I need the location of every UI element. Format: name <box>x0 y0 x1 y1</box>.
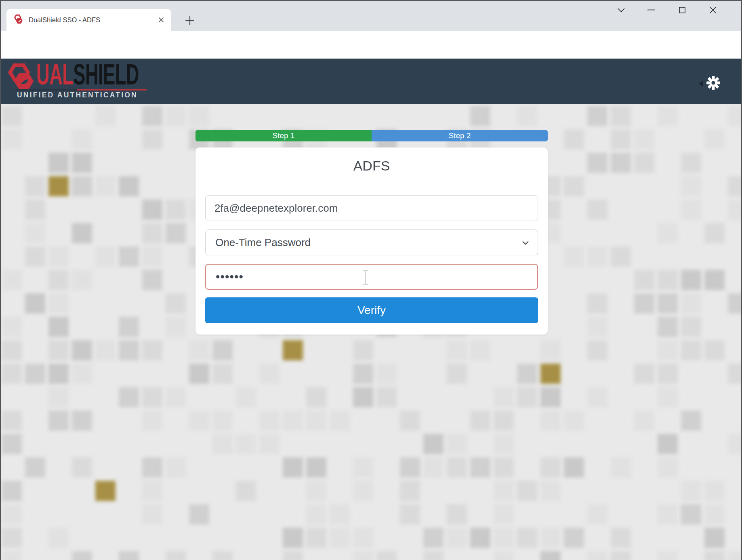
mosaic-tile <box>72 129 92 149</box>
mosaic-tile <box>353 481 373 501</box>
mosaic-tile <box>540 340 561 360</box>
mosaic-tile <box>166 106 186 126</box>
mosaic-tile <box>2 411 22 431</box>
step-1-label: Step 1 <box>273 131 295 140</box>
mosaic-tile <box>353 387 373 407</box>
mosaic-tile <box>540 551 561 560</box>
mosaic-tile <box>142 340 162 360</box>
mosaic-tile <box>423 528 444 548</box>
mosaic-tile <box>48 387 69 407</box>
mosaic-tile <box>681 317 701 337</box>
mosaic-tile <box>587 200 607 220</box>
mosaic-tile <box>681 176 701 196</box>
mosaic-tile <box>704 481 725 501</box>
mosaic-tile <box>400 457 420 478</box>
mosaic-tile <box>494 457 514 478</box>
mosaic-tile <box>376 364 397 384</box>
mosaic-tile <box>119 551 139 560</box>
mosaic-tile <box>517 481 537 501</box>
mosaic-tile <box>611 153 631 173</box>
mosaic-tile <box>142 223 162 243</box>
mosaic-tile <box>330 504 350 524</box>
minimize-button[interactable] <box>642 2 660 18</box>
mosaic-tile <box>119 176 139 196</box>
mosaic-tile <box>236 434 256 454</box>
mosaic-tile <box>72 411 92 431</box>
mosaic-tile <box>447 528 467 548</box>
mosaic-tile <box>72 176 92 196</box>
mosaic-tile <box>704 223 725 243</box>
mosaic-tile <box>587 293 607 314</box>
mosaic-tile <box>658 317 678 337</box>
mosaic-tile <box>306 457 326 478</box>
window-edge <box>0 0 742 1</box>
mosaic-tile <box>119 246 139 267</box>
mosaic-tile <box>212 411 233 431</box>
mosaic-tile <box>447 364 467 384</box>
mosaic-tile <box>25 223 45 243</box>
mosaic-tile <box>564 176 584 196</box>
mosaic-tile <box>72 364 92 384</box>
mosaic-tile <box>587 317 607 337</box>
verify-button[interactable]: Verify <box>205 297 538 323</box>
mosaic-tile <box>353 340 373 360</box>
mosaic-tile <box>95 481 116 501</box>
mosaic-tile <box>353 364 373 384</box>
step-2-label: Step 2 <box>449 131 471 140</box>
mosaic-tile <box>306 504 326 524</box>
mosaic-tile <box>142 481 162 501</box>
mosaic-tile <box>25 457 45 478</box>
mosaic-tile <box>376 551 397 560</box>
method-select[interactable]: One-Time Password <box>205 229 538 255</box>
mosaic-tile <box>494 434 514 454</box>
mosaic-tile <box>400 481 420 501</box>
mosaic-tile <box>142 129 162 149</box>
mosaic-tile <box>447 504 467 524</box>
mosaic-tile <box>447 340 467 360</box>
mosaic-tile <box>189 411 209 431</box>
mosaic-tile <box>470 106 490 126</box>
mosaic-tile <box>658 457 678 478</box>
mosaic-tile <box>25 176 45 196</box>
tab-close-icon[interactable] <box>156 15 166 25</box>
mosaic-tile <box>587 246 607 267</box>
mosaic-tile <box>423 457 444 478</box>
mosaic-tile <box>48 528 69 548</box>
mosaic-tile <box>540 387 561 407</box>
gear-icon <box>706 75 721 91</box>
close-button[interactable] <box>704 2 722 18</box>
mosaic-tile <box>658 270 678 290</box>
mosaic-tile <box>400 411 420 431</box>
otp-code-input[interactable] <box>205 264 538 290</box>
mosaic-tile <box>72 223 92 243</box>
mosaic-tile <box>353 457 373 478</box>
mosaic-tile <box>447 457 467 478</box>
new-tab-button[interactable] <box>183 13 197 28</box>
mosaic-tile <box>189 340 209 360</box>
mosaic-tile <box>564 411 584 431</box>
mosaic-tile <box>728 434 742 454</box>
mosaic-tile <box>728 106 742 126</box>
mosaic-tile <box>658 364 678 384</box>
page-title: ADFS <box>195 158 548 174</box>
wizard-steps: Step 1 Step 2 <box>195 130 548 141</box>
mosaic-tile <box>704 504 725 524</box>
browser-tab[interactable]: DualShield SSO - ADFS <box>6 9 171 31</box>
mosaic-tile <box>2 504 22 524</box>
mosaic-tile <box>283 528 303 548</box>
mosaic-tile <box>681 340 701 360</box>
mosaic-tile <box>658 106 678 126</box>
maximize-button[interactable] <box>673 2 692 18</box>
mosaic-tile <box>283 411 303 431</box>
username-input[interactable] <box>205 195 538 221</box>
tab-search-button[interactable] <box>612 2 631 18</box>
page-background: Step 1 Step 2 ADFS One-Time Password Ver… <box>0 104 742 560</box>
chevron-down-icon <box>521 239 530 247</box>
mosaic-tile <box>353 551 373 560</box>
mosaic-tile <box>95 106 116 126</box>
settings-gear-button[interactable] <box>706 75 721 92</box>
mosaic-tile <box>166 293 186 314</box>
mosaic-tile <box>728 551 742 560</box>
mosaic-tile <box>189 504 209 524</box>
mosaic-tile <box>283 340 303 360</box>
